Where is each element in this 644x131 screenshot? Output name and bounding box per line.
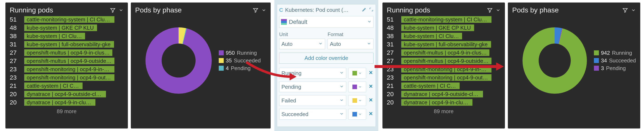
bar-label: cattle-monitoring-system | CI Cluster bbox=[401, 16, 492, 23]
panel-title: Running pods bbox=[10, 6, 53, 14]
list-item[interactable]: 20dynatrace | ocp4-9-outside-cluster bbox=[10, 90, 124, 98]
bar-label: kube-system | CI Cluster bbox=[401, 33, 462, 39]
list-item[interactable]: 27openshift-multus | ocp4-9-in-cluster bbox=[387, 49, 500, 57]
legend-value: 3 bbox=[601, 65, 604, 71]
chevron-down-icon bbox=[358, 111, 362, 117]
bar-label: kube-system | full-observability-gke bbox=[401, 41, 491, 48]
bar-label: kube-system | GKE CP KLU bbox=[401, 25, 474, 31]
legend-item[interactable]: 950Running bbox=[219, 50, 261, 56]
list-item[interactable]: 38kube-system | CI Cluster bbox=[387, 32, 500, 40]
override-name-select[interactable]: Failed bbox=[279, 95, 346, 106]
list-item[interactable]: 27openshift-multus | ocp4-9-in-cluster bbox=[10, 49, 124, 57]
bar-label: kube-system | CI Cluster bbox=[24, 33, 85, 39]
swatch-icon bbox=[594, 66, 599, 71]
more-label[interactable]: 89 more bbox=[387, 108, 500, 115]
swatch-icon bbox=[594, 50, 599, 55]
color-override-row: Failed bbox=[279, 95, 374, 106]
bar-label: kube-system | full-observability-gke bbox=[24, 41, 114, 48]
edit-icon[interactable] bbox=[362, 7, 367, 13]
override-color-select[interactable] bbox=[348, 95, 366, 106]
arrow-icon bbox=[372, 59, 505, 74]
legend-item[interactable]: 942Running bbox=[594, 50, 636, 56]
donut-chart[interactable] bbox=[522, 27, 587, 94]
chevron-down-icon bbox=[340, 70, 344, 76]
chevron-down-icon[interactable] bbox=[261, 8, 266, 13]
bar-label: openshift-monitoring | ocp4-9-in-cluster bbox=[24, 66, 114, 73]
count-value: 23 bbox=[387, 74, 397, 81]
palette-select[interactable]: Default bbox=[279, 16, 374, 28]
chevron-down-icon bbox=[340, 84, 344, 90]
delete-icon[interactable] bbox=[368, 97, 374, 104]
count-value: 38 bbox=[387, 33, 397, 40]
filter-icon[interactable] bbox=[253, 7, 258, 13]
chevron-down-icon[interactable] bbox=[631, 8, 636, 13]
running-pods-panel-left: Running pods 51cattle-monitoring-system … bbox=[6, 3, 128, 128]
legend-item[interactable]: 34Succeeded bbox=[594, 57, 636, 64]
chevron-down-icon bbox=[367, 41, 371, 47]
more-label[interactable]: 89 more bbox=[10, 108, 124, 115]
delete-icon[interactable] bbox=[368, 83, 374, 90]
override-name-select[interactable]: Pending bbox=[279, 81, 346, 92]
list-item[interactable]: 51cattle-monitoring-system | CI Cluster bbox=[387, 15, 500, 24]
filter-icon[interactable] bbox=[622, 7, 628, 13]
list-item[interactable]: 51cattle-monitoring-system | CI Cluster bbox=[10, 15, 124, 24]
count-value: 27 bbox=[387, 49, 397, 56]
legend-label: Running bbox=[237, 50, 257, 56]
panel-title: Running pods bbox=[387, 6, 430, 14]
list-item[interactable]: 21cattle-system | CI Cluster bbox=[10, 82, 124, 90]
swatch-icon bbox=[219, 50, 224, 55]
list-item[interactable]: 23openshift-monitoring | ocp4-9-outside… bbox=[387, 73, 500, 82]
legend-value: 35 bbox=[226, 57, 232, 64]
override-color-select[interactable] bbox=[348, 109, 366, 119]
unit-select[interactable]: Auto bbox=[279, 39, 325, 49]
override-color-select[interactable] bbox=[348, 81, 366, 92]
bar-label: dynatrace | ocp4-9-outside-cluster bbox=[401, 91, 483, 97]
list-item[interactable]: 38kube-system | CI Cluster bbox=[10, 32, 124, 40]
list-item[interactable]: 20dynatrace | ocp4-9-outside-cluster bbox=[387, 90, 500, 98]
count-value: 20 bbox=[10, 99, 20, 106]
panel-title: Pods by phase bbox=[135, 6, 182, 14]
count-value: 20 bbox=[387, 99, 397, 106]
list-item[interactable]: 23openshift-monitoring | ocp4-9-outside… bbox=[10, 73, 124, 82]
list-item[interactable]: 23openshift-monitoring | ocp4-9-in-clust… bbox=[10, 65, 124, 73]
swatch-icon bbox=[352, 71, 357, 75]
legend-value: 942 bbox=[601, 50, 610, 56]
list-item[interactable]: 21cattle-system | CI Cluster bbox=[387, 82, 500, 90]
list-item[interactable]: 48kube-system | GKE CP KLU bbox=[10, 24, 124, 32]
format-label: Format bbox=[328, 32, 374, 37]
unit-label: Unit bbox=[279, 32, 325, 37]
list-item[interactable]: 27openshift-multus | ocp4-9-outside-clu… bbox=[10, 57, 124, 65]
chevron-down-icon[interactable] bbox=[496, 8, 500, 13]
bar-label: cattle-system | CI Cluster bbox=[24, 82, 82, 89]
k8s-icon: C bbox=[279, 7, 283, 13]
list-item[interactable]: 20dynatrace | ocp4-9-in-cluster bbox=[387, 98, 500, 106]
filter-icon[interactable] bbox=[110, 7, 116, 13]
swatch-icon bbox=[352, 112, 357, 116]
config-header: C Kubernetes: Pod count (… bbox=[279, 7, 374, 13]
arrow-icon bbox=[244, 60, 298, 83]
palette-value: Default bbox=[289, 19, 307, 25]
count-value: 38 bbox=[10, 33, 20, 40]
override-name-select[interactable]: Succeeded bbox=[279, 109, 346, 119]
color-override-row: Succeeded bbox=[279, 109, 374, 119]
panel-header: Pods by phase bbox=[135, 6, 266, 14]
color-override-row: Pending bbox=[279, 81, 374, 92]
unit-value: Auto bbox=[282, 41, 292, 47]
format-select[interactable]: Auto bbox=[328, 39, 374, 49]
list-item[interactable]: 20dynatrace | ocp4-9-in-cluster bbox=[10, 98, 124, 106]
chevron-down-icon[interactable] bbox=[118, 8, 124, 13]
chevron-down-icon bbox=[318, 41, 323, 47]
legend-item[interactable]: 3Pending bbox=[594, 65, 636, 71]
bar-label: openshift-multus | ocp4-9-outside-clu… bbox=[24, 58, 114, 64]
override-color-select[interactable] bbox=[348, 68, 366, 79]
list-item[interactable]: 31kube-system | full-observability-gke bbox=[10, 40, 124, 49]
chevron-down-icon bbox=[340, 97, 344, 104]
list-item[interactable]: 31kube-system | full-observability-gke bbox=[387, 40, 500, 49]
list-item[interactable]: 48kube-system | GKE CP KLU bbox=[387, 24, 500, 32]
filter-icon[interactable] bbox=[487, 7, 493, 13]
count-value: 21 bbox=[10, 82, 20, 89]
expand-icon[interactable] bbox=[369, 7, 374, 13]
config-title: Kubernetes: Pod count (… bbox=[285, 7, 348, 13]
donut-chart[interactable] bbox=[146, 27, 212, 94]
delete-icon[interactable] bbox=[368, 111, 374, 118]
